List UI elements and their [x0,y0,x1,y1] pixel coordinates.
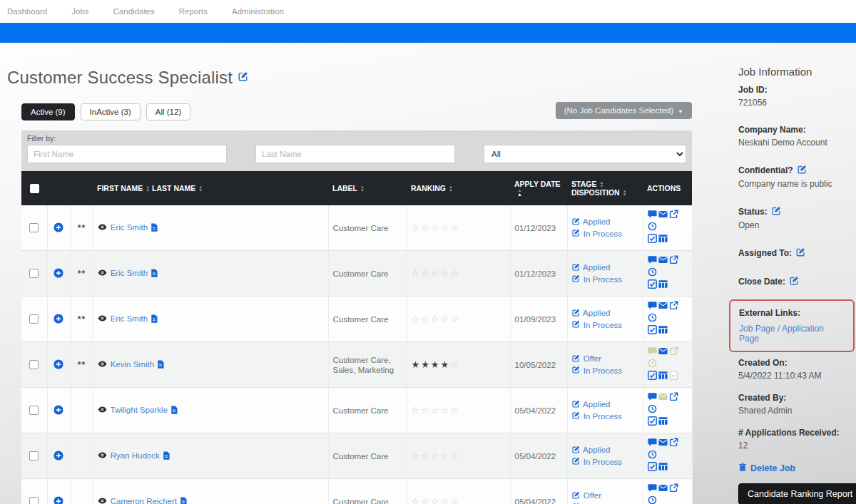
disposition-link[interactable]: In Process [584,321,622,329]
col-name[interactable]: FIRST NAME▲▼ LAST NAME▲▼ [93,171,328,205]
expand-plus-icon[interactable] [54,359,63,371]
edit-disposition-icon[interactable] [572,274,580,285]
edit-disposition-icon[interactable] [572,411,580,422]
clock-action-icon[interactable] [648,313,657,325]
ranking-stars[interactable]: ☆☆☆☆☆ [412,314,460,324]
check-action-icon[interactable] [648,234,657,246]
clock-action-icon[interactable] [648,495,657,504]
select-all-header[interactable] [21,171,47,205]
candidate-name-link[interactable]: Eric Smith [111,223,148,232]
share-action-icon[interactable] [669,392,678,404]
stage-link[interactable]: Offer [584,354,601,363]
resume-doc-icon[interactable] [156,360,165,370]
table-action-icon[interactable] [658,416,668,428]
expand-plus-icon[interactable] [54,222,63,234]
resume-doc-icon[interactable] [170,406,178,416]
resume-doc-icon[interactable] [150,223,158,233]
row-checkbox[interactable] [29,497,39,504]
select-all-checkbox[interactable] [30,184,39,193]
candidate-ranking-report-button[interactable]: Candidate Ranking Report [738,483,856,504]
candidate-name-link[interactable]: Kevin Smith [111,360,154,369]
sort-icon[interactable]: ▲▼ [449,185,453,192]
edit-confidential-icon[interactable] [798,165,807,176]
table-action-icon[interactable] [658,279,668,292]
resume-doc-icon[interactable] [179,497,188,504]
comment-action-icon[interactable] [648,438,657,450]
candidate-name-link[interactable]: Ryan Hudock [111,451,160,460]
sort-icon[interactable]: ▲▼ [198,185,203,192]
disposition-link[interactable]: In Process [584,458,622,466]
comment-action-icon[interactable] [648,346,657,359]
job-page-link[interactable]: Job Page [739,324,775,334]
ranking-stars[interactable]: ☆☆☆☆☆ [412,268,460,279]
expand-plus-icon[interactable] [54,496,63,504]
edit-title-icon[interactable] [238,71,248,84]
sort-icon[interactable]: ▲▼ [146,185,150,192]
ranking-stars[interactable]: ☆☆☆☆☆ [412,451,460,461]
comment-action-icon[interactable] [648,301,657,313]
candidate-name-link[interactable]: Eric Smith [111,314,148,323]
edit-status-icon[interactable] [772,206,781,217]
sort-icon-active[interactable]: ▲▲ [517,189,522,197]
stage-link[interactable]: Applied [583,400,610,408]
ranking-stars[interactable]: ★★★★☆ [412,359,460,370]
expand-plus-icon[interactable] [54,268,63,279]
disposition-link[interactable]: In Process [584,230,622,238]
edit-disposition-icon[interactable] [572,456,580,468]
view-eye-icon[interactable] [98,405,107,416]
tab-all[interactable]: All (12) [146,103,190,120]
col-label[interactable]: LABEL▲▼ [328,171,407,205]
bulk-actions-dropdown[interactable]: (No Job Candidates Selected)▼ [556,102,692,119]
envelope-action-icon[interactable] [658,438,668,450]
check-action-icon[interactable] [648,371,657,383]
share-action-icon[interactable] [669,255,678,267]
disposition-link[interactable]: In Process [584,366,622,375]
ranking-stars[interactable]: ☆☆☆☆☆ [412,496,460,504]
edit-close-date-icon[interactable] [790,276,799,287]
sort-icon[interactable]: ▲▼ [599,181,603,188]
expand-plus-icon[interactable] [54,405,63,416]
row-checkbox[interactable] [29,314,39,324]
stage-link[interactable]: Applied [583,309,610,317]
first-name-filter-input[interactable] [27,145,227,163]
file-action-icon[interactable] [669,371,678,383]
ranking-stars[interactable]: ☆☆☆☆☆ [412,405,460,416]
envelope-action-icon[interactable] [658,301,668,313]
stage-link[interactable]: Applied [583,217,610,226]
status-filter-select[interactable]: All [484,145,686,163]
row-checkbox[interactable] [29,406,39,415]
nav-item-candidates[interactable]: Candidates [113,7,155,16]
resume-doc-icon[interactable] [150,269,158,279]
table-action-icon[interactable] [658,371,668,383]
edit-disposition-icon[interactable] [572,319,580,331]
col-stage-disposition[interactable]: STAGE▲▼ DISPOSITION▲▼ [567,171,643,205]
stage-link[interactable]: Applied [583,446,610,454]
edit-disposition-icon[interactable] [572,228,580,240]
row-checkbox[interactable] [29,360,39,369]
envelope-action-icon[interactable] [658,483,668,495]
edit-stage-icon[interactable] [572,354,580,365]
stage-link[interactable]: Applied [583,263,610,272]
clock-action-icon[interactable] [648,404,657,416]
nav-item-reports[interactable]: Reports [179,7,208,16]
candidate-name-link[interactable]: Cameron Reichert [111,497,177,504]
view-eye-icon[interactable] [98,451,107,461]
expand-plus-icon[interactable] [54,451,63,462]
share-action-icon[interactable] [669,301,678,313]
resume-doc-icon[interactable] [162,451,170,461]
comment-action-icon[interactable] [648,392,657,404]
view-eye-icon[interactable] [98,222,107,233]
envelope-action-icon[interactable] [658,392,668,404]
stage-link[interactable]: Offer [584,491,601,500]
comment-action-icon[interactable] [648,483,657,495]
check-action-icon[interactable] [648,325,657,337]
candidate-name-link[interactable]: Eric Smith [111,269,148,277]
sort-icon[interactable]: ▲▼ [360,185,365,192]
envelope-action-icon[interactable] [658,255,668,267]
nav-item-jobs[interactable]: Jobs [71,7,88,16]
share-action-icon[interactable] [669,210,678,222]
row-checkbox[interactable] [29,451,39,461]
col-ranking[interactable]: RANKING▲▼ [407,171,510,205]
edit-assigned-to-icon[interactable] [796,247,805,259]
comment-action-icon[interactable] [648,210,657,222]
